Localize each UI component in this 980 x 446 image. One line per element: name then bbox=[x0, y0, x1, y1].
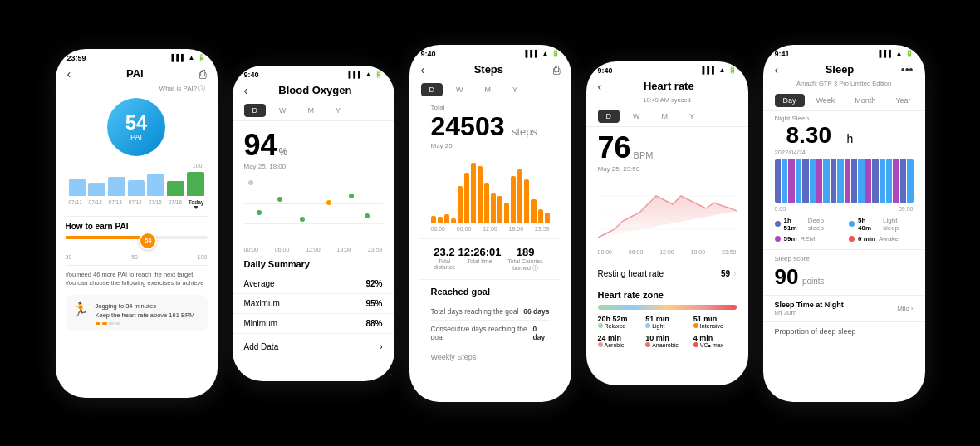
hr-big: 76 BPM bbox=[586, 127, 748, 165]
page-title-3: Steps bbox=[424, 63, 552, 76]
page-title-5: Sleep bbox=[778, 63, 901, 76]
night-sleep-label: Night Sleep bbox=[763, 111, 925, 122]
steps-bar-15 bbox=[531, 199, 536, 223]
time-4: 9:40 bbox=[598, 66, 613, 75]
add-data-row[interactable]: Add Data › bbox=[233, 334, 394, 360]
share-icon-1[interactable]: ⎙ bbox=[199, 67, 206, 81]
sleep-seg-0 bbox=[775, 159, 781, 203]
exercise-progress bbox=[96, 322, 195, 325]
deep-sleep-row[interactable]: Proportion of deep sleep bbox=[763, 321, 925, 341]
page-title-1: PAI bbox=[71, 67, 198, 80]
tab-w-3[interactable]: W bbox=[448, 83, 472, 96]
hr-date: May 25, 23:59 bbox=[586, 165, 748, 179]
zone-vo2max: 4 min VO₂ max bbox=[693, 334, 737, 349]
status-icons-1: ▌▌▌ ▲ 🔋 bbox=[172, 54, 206, 61]
pai-bar-4 bbox=[147, 174, 164, 196]
hr-subtitle: 10:49 AM synced bbox=[586, 96, 748, 106]
dot-100 bbox=[248, 180, 253, 185]
sleep-tab-bar: Day Week Month Year bbox=[763, 91, 925, 111]
dot-5 bbox=[349, 194, 354, 198]
pai-label: PAI bbox=[130, 133, 142, 141]
sleep-big-value-area: 8.30 h bbox=[763, 122, 925, 149]
steps-date: May 25 bbox=[419, 142, 561, 156]
time-1: 23:59 bbox=[67, 54, 86, 62]
resting-hr-row[interactable]: Resting heart rate 59 › bbox=[586, 262, 748, 285]
zone-anaerobic: 10 min Anaerobic bbox=[645, 334, 688, 349]
status-icons-3: ▌▌▌ ▲ 🔋 bbox=[526, 50, 560, 57]
tab-m-2[interactable]: M bbox=[300, 104, 323, 117]
status-bar-5: 9:41 ▌▌▌ ▲ 🔋 bbox=[763, 45, 925, 60]
zone-light: 51 min Light bbox=[645, 315, 688, 329]
tab-d-4[interactable]: D bbox=[598, 110, 620, 123]
steps-bar-6 bbox=[471, 163, 476, 223]
sleep-seg-4 bbox=[802, 159, 808, 203]
hr-line-chart bbox=[586, 179, 748, 246]
tab-y-2[interactable]: Y bbox=[327, 104, 349, 117]
steps-bar-8 bbox=[484, 183, 489, 223]
status-bar-2: 9:40 ▌▌▌ ▲ 🔋 bbox=[233, 66, 394, 81]
tab-bar-4: D W M Y bbox=[586, 106, 748, 127]
sleep-time-labels: 0:00 09:00 bbox=[763, 206, 925, 212]
time-3: 9:40 bbox=[421, 50, 436, 58]
total-label: Total bbox=[419, 100, 561, 111]
sleep-stages: 1h 51m Deep sleep 5h 40m Light sleep 59m… bbox=[763, 217, 925, 243]
hr-zone-title: Heart rate zone bbox=[586, 290, 748, 305]
sleep-seg-11 bbox=[851, 159, 857, 203]
more-icon-5[interactable]: ••• bbox=[901, 63, 914, 76]
sleep-tab-week[interactable]: Week bbox=[808, 94, 844, 107]
run-icon: 🏃 bbox=[72, 301, 89, 317]
sleep-seg-2 bbox=[788, 159, 794, 203]
hr-zone-grid: 20h 52m Relaxed 51 min Light 51 min Inte… bbox=[586, 315, 748, 349]
phone-heart-rate: 9:40 ▌▌▌ ▲ 🔋 ‹ Heart rate 10:49 AM synce… bbox=[586, 61, 748, 385]
dot-6 bbox=[365, 213, 370, 218]
dot-4 bbox=[326, 200, 331, 205]
sleep-seg-16 bbox=[886, 159, 892, 203]
tab-w-4[interactable]: W bbox=[625, 110, 649, 123]
sleep-score-unit: points bbox=[802, 277, 825, 286]
nav-bar-3: ‹ Steps ⎙ bbox=[409, 60, 571, 80]
pai-subtitle[interactable]: What is PAI? ⓘ bbox=[56, 84, 218, 98]
sleep-date: 2022/04/24 bbox=[763, 149, 925, 159]
phone-sleep: 9:41 ▌▌▌ ▲ 🔋 ‹ Sleep ••• Amazfit GTR 3 P… bbox=[763, 45, 925, 402]
sleep-tab-month[interactable]: Month bbox=[846, 94, 884, 107]
sleep-seg-3 bbox=[796, 159, 801, 203]
pai-value: 54 bbox=[125, 113, 148, 133]
tab-m-4[interactable]: M bbox=[654, 110, 677, 123]
pai-bar-3 bbox=[128, 180, 145, 196]
steps-bar-0 bbox=[431, 216, 436, 223]
exercise-sub: Keep the heart rate above 161 BPM bbox=[96, 311, 195, 320]
goal-row-consecutive: Consecutive days reaching the goal 0 day bbox=[431, 321, 550, 346]
sleep-time-night-row[interactable]: Sleep Time at Night 8h 30m Mild › bbox=[763, 295, 925, 321]
steps-stats: 23.2 Total distance 12:26:01 Total time … bbox=[419, 238, 561, 280]
sleep-seg-8 bbox=[831, 159, 836, 203]
status-icons-5: ▌▌▌ ▲ 🔋 bbox=[880, 50, 914, 57]
sleep-score-area: Sleep score 90 points bbox=[763, 249, 925, 295]
steps-bar-16 bbox=[538, 209, 543, 223]
sleep-tab-year[interactable]: Year bbox=[887, 94, 919, 107]
tab-m-3[interactable]: M bbox=[477, 83, 500, 96]
steps-bar-9 bbox=[491, 193, 496, 223]
stat-distance: 23.2 Total distance bbox=[431, 246, 458, 272]
sleep-chart bbox=[775, 159, 914, 203]
sleep-device-subtitle: Amazfit GTR 3 Pro Limited Edition bbox=[763, 80, 925, 91]
tab-y-4[interactable]: Y bbox=[681, 110, 703, 123]
tab-w-2[interactable]: W bbox=[271, 104, 295, 117]
share-icon-3[interactable]: ⎙ bbox=[553, 63, 560, 76]
tab-d-3[interactable]: D bbox=[421, 83, 443, 96]
pai-circle: 54 PAI bbox=[107, 98, 165, 156]
dot-1 bbox=[257, 210, 262, 215]
steps-bar-1 bbox=[438, 217, 443, 222]
zone-relaxed: 20h 52m Relaxed bbox=[598, 315, 641, 329]
exercise-card: 🏃 Jogging to 34 minutes Keep the heart r… bbox=[66, 295, 208, 332]
status-icons-2: ▌▌▌ ▲ 🔋 bbox=[349, 71, 383, 78]
zone-intensive: 51 min Intensive bbox=[693, 315, 737, 329]
steps-bar-2 bbox=[444, 214, 449, 223]
status-bar-3: 9:40 ▌▌▌ ▲ 🔋 bbox=[409, 45, 571, 60]
tab-d-2[interactable]: D bbox=[244, 104, 267, 117]
pai-bar-0 bbox=[69, 179, 86, 196]
sleep-tab-day[interactable]: Day bbox=[775, 94, 805, 107]
pai-bar-6 bbox=[187, 172, 204, 196]
tab-y-3[interactable]: Y bbox=[504, 83, 526, 96]
steps-bar-4 bbox=[458, 186, 463, 223]
sleep-seg-19 bbox=[907, 159, 913, 203]
